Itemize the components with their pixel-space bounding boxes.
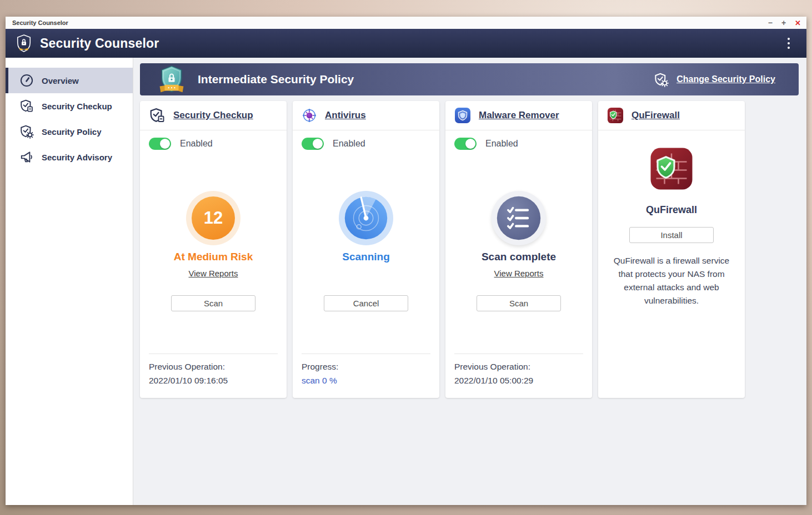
card-title-link[interactable]: QuFirewall [631, 110, 680, 121]
app-header: Security Counselor [6, 29, 806, 58]
divider [149, 354, 278, 354]
maximize-button[interactable]: + [781, 19, 786, 27]
card-security-checkup: Security Checkup Enabled 12 At Medium Ri… [140, 101, 287, 398]
app-window: Security Counselor − + ✕ Security Counse… [6, 17, 806, 505]
enable-toggle[interactable] [454, 138, 477, 150]
risk-count: 12 [204, 208, 223, 228]
enable-toggle[interactable] [302, 138, 324, 150]
card-header: Malware Remover [445, 101, 592, 130]
enable-toggle[interactable] [149, 138, 171, 150]
toggle-label: Enabled [333, 139, 365, 149]
malware-remover-app-icon [454, 107, 471, 124]
status-text: At Medium Risk [140, 251, 287, 263]
footer-value: 2022/01/10 09:16:05 [149, 376, 228, 386]
app-description: QuFirewall is a firewall service that pr… [606, 254, 737, 307]
card-antivirus: Antivirus Enabled [293, 101, 439, 398]
gauge-icon [19, 73, 34, 88]
sidebar-item-security-advisory[interactable]: Security Advisory [6, 144, 133, 170]
divider [454, 354, 583, 354]
more-options-icon[interactable] [784, 36, 793, 51]
sidebar: Overview Security Checkup [6, 58, 133, 505]
qufirewall-app-icon [607, 107, 624, 124]
close-button[interactable]: ✕ [795, 19, 801, 27]
sidebar-item-label: Security Checkup [42, 102, 112, 111]
shield-check-document-icon [19, 99, 34, 113]
qufirewall-app-icon-large [649, 147, 694, 191]
shield-gear-icon [654, 72, 669, 87]
card-title-link[interactable]: Security Checkup [173, 110, 253, 121]
footer-label: Previous Operation: [454, 362, 530, 372]
megaphone-icon [19, 150, 34, 164]
toggle-label: Enabled [180, 139, 213, 149]
virus-crosshair-icon [302, 108, 317, 123]
sidebar-item-overview[interactable]: Overview [6, 68, 133, 93]
status-text: Scanning [293, 251, 439, 263]
card-malware-remover: Malware Remover Enabled [445, 101, 592, 398]
radar-scanning-icon [339, 191, 393, 245]
sidebar-item-label: Security Policy [42, 127, 102, 137]
sidebar-item-label: Overview [42, 76, 79, 85]
footer-label: Progress: [302, 362, 338, 372]
risk-count-circle: 12 [186, 191, 240, 245]
shield-gear-icon [19, 124, 34, 139]
scan-button[interactable]: Scan [477, 295, 561, 311]
card-header: Antivirus [293, 101, 439, 130]
shield-lock-icon [16, 34, 32, 53]
shield-check-document-icon [149, 107, 166, 124]
card-title-link[interactable]: Malware Remover [479, 110, 559, 121]
cards-row: Security Checkup Enabled 12 At Medium Ri… [140, 101, 806, 398]
security-policy-banner: Intermediate Security Policy Change Secu… [140, 63, 799, 95]
change-security-policy-label: Change Security Policy [676, 74, 775, 84]
app-name: QuFirewall [598, 204, 745, 216]
cancel-button[interactable]: Cancel [324, 295, 408, 311]
card-title-link[interactable]: Antivirus [325, 110, 366, 121]
change-security-policy-link[interactable]: Change Security Policy [654, 72, 775, 87]
card-header: Security Checkup [140, 101, 287, 130]
status-text: Scan complete [445, 251, 592, 263]
install-button[interactable]: Install [629, 227, 714, 243]
toggle-label: Enabled [485, 139, 518, 149]
policy-title: Intermediate Security Policy [198, 73, 354, 86]
view-reports-link[interactable]: View Reports [140, 269, 287, 278]
minimize-button[interactable]: − [768, 19, 773, 27]
footer-value: 2022/01/10 05:00:29 [454, 376, 533, 386]
footer-label: Previous Operation: [149, 362, 225, 372]
scan-button[interactable]: Scan [171, 295, 255, 311]
teal-shield-lock-ribbon-icon [158, 64, 186, 94]
window-title: Security Counselor [12, 19, 759, 26]
card-header: QuFirewall [598, 101, 745, 130]
titlebar: Security Counselor − + ✕ [6, 17, 806, 29]
view-reports-link[interactable]: View Reports [445, 269, 592, 278]
sidebar-item-label: Security Advisory [42, 153, 112, 162]
sidebar-item-security-checkup[interactable]: Security Checkup [6, 93, 133, 119]
divider [302, 354, 430, 354]
sidebar-item-security-policy[interactable]: Security Policy [6, 119, 133, 144]
footer-value: scan 0 % [302, 376, 337, 386]
card-qufirewall: QuFirewall QuFirewall Install [598, 101, 745, 398]
main-content: Intermediate Security Policy Change Secu… [133, 58, 806, 505]
checklist-complete-icon [492, 191, 546, 245]
app-title: Security Counselor [40, 36, 159, 51]
